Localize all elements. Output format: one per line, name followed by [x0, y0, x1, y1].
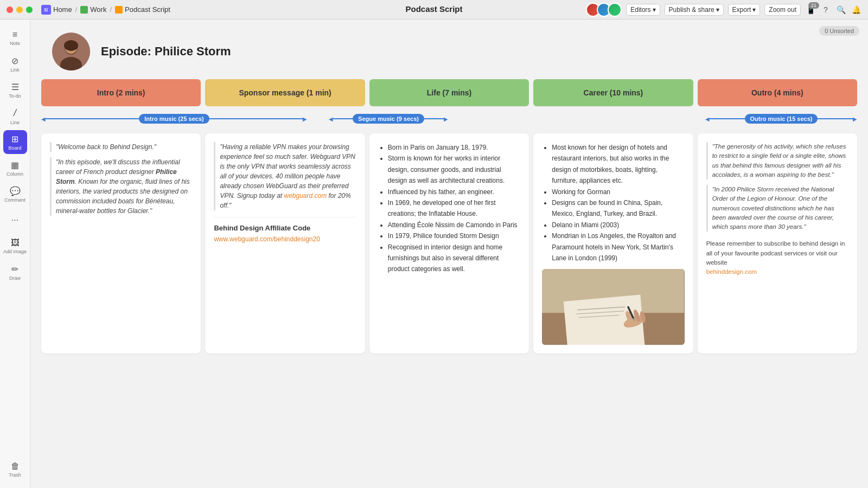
segue-line-left: [333, 118, 353, 119]
list-item: Attending École Nissim de Camondo in Par…: [388, 220, 520, 230]
breadcrumb: ⊞ Home / Work / Podcast Script: [41, 5, 170, 15]
sidebar-addimage-label: Add image: [3, 249, 27, 254]
home-label[interactable]: Home: [53, 5, 72, 14]
board-icon: ⊞: [11, 134, 18, 144]
list-item: Most known for her design of hotels and …: [552, 142, 684, 187]
publish-button[interactable]: Publish & share ▾: [665, 4, 724, 16]
list-item: Storm is known for her works in interior…: [388, 153, 520, 186]
sidebar-board-label: Board: [8, 145, 21, 151]
col-sponsor: Sponsor message (1 min): [205, 79, 365, 106]
behinddesign-link[interactable]: behinddesign.com: [706, 268, 757, 275]
breadcrumb-podcast[interactable]: Podcast Script: [115, 5, 170, 14]
card-sponsor: "Having a reliable VPN makes your browsi…: [205, 133, 365, 354]
col-life: Life (7 mins): [369, 79, 529, 106]
note-icon: ≡: [12, 30, 17, 40]
breadcrumb-work[interactable]: Work: [80, 5, 106, 14]
list-item: Working for Gorman: [552, 187, 684, 197]
column-icon: ▦: [11, 160, 19, 170]
outro-footer: Please remember to subscribe to behind d…: [706, 239, 848, 277]
outro-music-bar: ◀ Outro music (15 secs) ▶: [705, 111, 857, 127]
affiliate-heading: Behind Design Affiliate Code: [214, 224, 356, 232]
avatars: [586, 3, 622, 17]
sidebar-comment-label: Comment: [4, 197, 25, 203]
webguard-link[interactable]: webguard.com: [284, 192, 327, 200]
list-item: Mondrian in Los Angeles, the Royalton an…: [552, 230, 684, 264]
work-label[interactable]: Work: [90, 5, 106, 14]
device-icon[interactable]: 📱 21: [805, 4, 816, 15]
sidebar-item-trash[interactable]: 🗑 Trash: [3, 458, 27, 481]
chevron-down-icon: ▾: [653, 6, 656, 14]
maximize-button[interactable]: [26, 7, 33, 13]
sponsor-body: "Having a reliable VPN makes your browsi…: [214, 142, 356, 210]
intro-arrow-right: ▶: [303, 116, 307, 122]
intro-line-left: [46, 118, 139, 119]
podcast-icon: [115, 6, 123, 14]
affiliate-link[interactable]: www.webguard.com/behinddesign20: [214, 235, 320, 243]
content-area: 0 Unsorted Episode: Philice Storm: [30, 20, 868, 488]
sidebar-item-note[interactable]: ≡ Note: [3, 26, 27, 50]
segue-music-bar: ◀ Segue music (9 secs) ▶: [329, 111, 448, 127]
sidebar-item-board[interactable]: ⊞ Board: [3, 130, 27, 154]
sidebar-todo-label: To-do: [9, 93, 21, 99]
list-item: In 1979, Philice founded Storm Design: [388, 230, 520, 241]
segue-line-right: [424, 118, 444, 119]
sidebar-item-link[interactable]: ⊘ Link: [3, 52, 27, 76]
columns-row: Intro (2 mins) Sponsor message (1 min) L…: [30, 79, 868, 106]
sidebar-item-more[interactable]: ···: [3, 208, 27, 232]
intro-music-label: Intro music (25 secs): [139, 114, 209, 124]
comment-icon: 💬: [10, 186, 21, 196]
minimize-button[interactable]: [16, 7, 23, 13]
page-title: Podcast Script: [405, 4, 462, 14]
line-icon: /: [14, 107, 16, 119]
addimage-icon: 🖼: [11, 238, 20, 248]
sidebar-item-addimage[interactable]: 🖼 Add image: [3, 234, 27, 258]
close-button[interactable]: [7, 7, 13, 13]
list-item: Recognised in interior design and home f…: [388, 242, 520, 275]
outro-quote2: "In 2000 Philice Storm received the Nati…: [706, 185, 848, 232]
breadcrumb-home[interactable]: ⊞ Home: [41, 5, 72, 15]
svg-point-4: [64, 40, 78, 51]
sidebar-item-todo[interactable]: ☰ To-do: [3, 78, 27, 102]
sidebar-item-column[interactable]: ▦ Column: [3, 156, 27, 180]
card-life: Born in Paris on January 18, 1979. Storm…: [369, 133, 529, 354]
sidebar-line-label: Line: [10, 120, 20, 125]
intro-line-right: [209, 118, 303, 119]
list-item: Influenced by his father, an engineer.: [388, 187, 520, 197]
more-icon: ···: [11, 215, 18, 225]
sidebar-item-line[interactable]: / Line: [3, 104, 27, 128]
intro-quote1: "Welcome back to Behind Design.": [50, 142, 192, 152]
sidebar: ≡ Note ⊘ Link ☰ To-do / Line ⊞ Board ▦ C…: [0, 20, 30, 488]
avatar-image: [52, 33, 90, 70]
search-icon[interactable]: 🔍: [835, 4, 846, 15]
outro-music-label: Outro music (15 secs): [745, 114, 818, 124]
outro-arrow-left: ◀: [705, 116, 710, 122]
outro-line-left: [710, 118, 745, 119]
card-career: Most known for her design of hotels and …: [533, 133, 693, 354]
help-icon[interactable]: ?: [820, 4, 831, 15]
bell-icon[interactable]: 🔔: [851, 4, 861, 15]
episode-title: Episode: Philice Storm: [101, 44, 231, 59]
episode-avatar: [52, 33, 90, 70]
col-outro: Outro (4 mins): [698, 79, 857, 106]
chevron-down-icon-2: ▾: [716, 6, 719, 14]
card-divider: [214, 217, 356, 217]
sidebar-item-comment[interactable]: 💬 Comment: [3, 182, 27, 206]
list-item: Born in Paris on January 18, 1979.: [388, 142, 520, 153]
editors-button[interactable]: Editors ▾: [626, 4, 660, 16]
career-list: Most known for her design of hotels and …: [542, 142, 684, 264]
draw-icon: ✏: [11, 264, 18, 274]
career-image: [542, 269, 684, 345]
avatar-3: [608, 3, 622, 17]
outro-arrow-right: ▶: [853, 116, 857, 122]
traffic-lights: [7, 7, 33, 13]
export-button[interactable]: Export ▾: [728, 4, 761, 16]
intro-music-bar: ◀ Intro music (25 secs) ▶: [41, 111, 307, 127]
sidebar-trash-label: Trash: [9, 472, 21, 478]
outro-quote1: "The generosity of his activity, which s…: [706, 142, 848, 179]
segue-music-label: Segue music (9 secs): [353, 114, 424, 124]
link-icon: ⊘: [11, 56, 18, 66]
sidebar-item-draw[interactable]: ✏ Draw: [3, 260, 27, 284]
cards-row: "Welcome back to Behind Design." "In thi…: [30, 131, 868, 364]
topbar-actions: Editors ▾ Publish & share ▾ Export ▾ Zoo…: [586, 3, 861, 17]
zoom-button[interactable]: Zoom out: [764, 4, 801, 16]
